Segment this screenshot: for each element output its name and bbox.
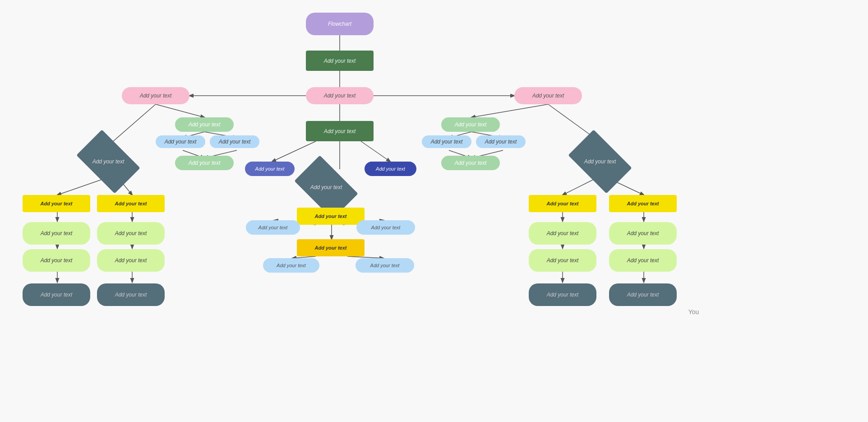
node-gr4[interactable]: Add your text xyxy=(609,249,677,272)
node-dkr1[interactable]: Add your text xyxy=(529,283,596,306)
flowchart-container: Flowchart Add your text Add your text Ad… xyxy=(0,0,868,422)
node-n4cr[interactable]: Add your text xyxy=(365,162,416,176)
node-gcr[interactable]: Add your text xyxy=(356,220,415,235)
node-gr2[interactable]: Add your text xyxy=(609,222,677,245)
svg-line-18 xyxy=(272,141,316,162)
node-n3r-top[interactable]: Add your text xyxy=(441,117,500,132)
node-yl1[interactable]: Add your text xyxy=(23,195,90,212)
node-gcbl[interactable]: Add your text xyxy=(263,258,319,273)
node-gl2[interactable]: Add your text xyxy=(97,222,165,245)
node-yr1[interactable]: Add your text xyxy=(529,195,596,212)
node-dl[interactable]: Add your text xyxy=(76,130,140,193)
node-gl4[interactable]: Add your text xyxy=(97,249,165,272)
node-n4cl[interactable]: Add your text xyxy=(245,162,295,176)
node-yl2[interactable]: Add your text xyxy=(97,195,165,212)
svg-line-22 xyxy=(563,180,593,195)
svg-line-6 xyxy=(111,104,156,144)
svg-line-8 xyxy=(156,104,204,117)
node-gl3[interactable]: Add your text xyxy=(23,249,90,272)
node-gr3[interactable]: Add your text xyxy=(529,249,596,272)
start-node[interactable]: Flowchart xyxy=(306,13,374,35)
node-n3[interactable]: Add your text xyxy=(306,121,374,141)
node-n3r-bl[interactable]: Add your text xyxy=(422,135,471,148)
node-n2l[interactable]: Add your text xyxy=(122,87,189,104)
node-dr[interactable]: Add your text xyxy=(568,130,632,193)
node-gr1[interactable]: Add your text xyxy=(529,222,596,245)
node-n2[interactable]: Add your text xyxy=(306,87,374,104)
svg-line-9 xyxy=(471,104,548,117)
node-n3r-bot[interactable]: Add your text xyxy=(441,156,500,170)
node-gcbr[interactable]: Add your text xyxy=(356,258,414,273)
node-n3r-br[interactable]: Add your text xyxy=(476,135,526,148)
node-n3l-bot[interactable]: Add your text xyxy=(175,156,234,170)
node-n3l-bl[interactable]: Add your text xyxy=(156,135,205,148)
node-gcl[interactable]: Add your text xyxy=(246,220,300,235)
svg-line-20 xyxy=(57,180,102,195)
node-dkl1[interactable]: Add your text xyxy=(23,283,90,306)
node-yc[interactable]: Add your text xyxy=(297,208,365,225)
node-n3l-top[interactable]: Add your text xyxy=(175,117,234,132)
node-n2r[interactable]: Add your text xyxy=(514,87,582,104)
node-n3l-br[interactable]: Add your text xyxy=(210,135,259,148)
you-label: You xyxy=(643,297,744,327)
svg-line-19 xyxy=(361,141,390,162)
node-gl1[interactable]: Add your text xyxy=(23,222,90,245)
node-dkl2[interactable]: Add your text xyxy=(97,283,165,306)
node-yc2[interactable]: Add your text xyxy=(297,239,365,256)
node-n1[interactable]: Add your text xyxy=(306,51,374,71)
node-yr2[interactable]: Add your text xyxy=(609,195,677,212)
